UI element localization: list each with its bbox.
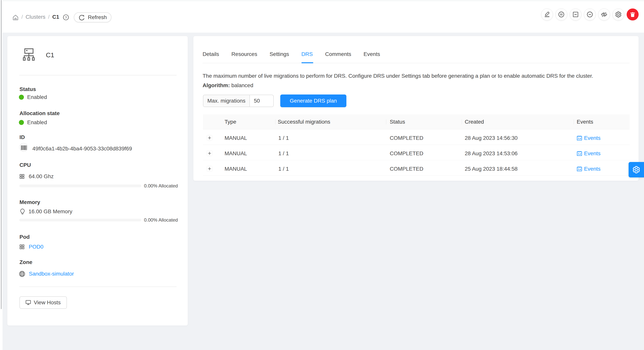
svg-text:?: ?	[65, 16, 67, 19]
